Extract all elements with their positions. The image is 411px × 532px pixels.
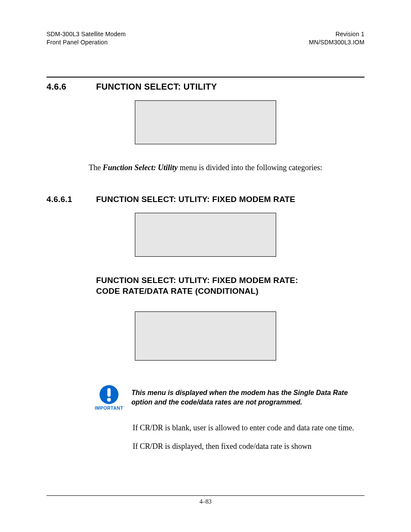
intro-after: menu is divided into the following categ… [178, 163, 322, 172]
footer-rule [47, 495, 364, 496]
heading-4661-sub-line2: CODE RATE/DATA RATE (CONDITIONAL) [96, 286, 364, 297]
svg-rect-1 [107, 388, 111, 397]
body-paragraph-2: If CR/DR is displayed, then fixed code/d… [133, 442, 364, 451]
heading-4661-number: 4.6.6.1 [47, 195, 96, 204]
heading-4661-sub-line1: FUNCTION SELECT: UTLITY: FIXED MODEM RAT… [96, 275, 364, 286]
heading-466: 4.6.6 FUNCTION SELECT: UTILITY [47, 82, 364, 92]
important-icon: IMPORTANT [96, 385, 122, 411]
important-note: IMPORTANT This menu is displayed when th… [96, 385, 364, 411]
section-rule [47, 77, 364, 78]
body-paragraph-1: If CR/DR is blank, user is allowed to en… [133, 423, 364, 432]
exclamation-circle-icon [99, 385, 119, 404]
page-number: 4–83 [0, 498, 411, 505]
heading-466-number: 4.6.6 [47, 82, 96, 92]
heading-4661-sub: FUNCTION SELECT: UTLITY: FIXED MODEM RAT… [96, 275, 364, 297]
header-right-line2: MN/SDM300L3.IOM [309, 38, 364, 47]
heading-4661: 4.6.6.1 FUNCTION SELECT: UTLITY: FIXED M… [47, 195, 364, 204]
heading-4661-title: FUNCTION SELECT: UTLITY: FIXED MODEM RAT… [96, 195, 295, 204]
running-header: SDM-300L3 Satellite Modem Front Panel Op… [47, 30, 364, 47]
lcd-panel-466 [135, 100, 276, 144]
lcd-panel-4661-sub [135, 311, 276, 361]
important-label: IMPORTANT [95, 405, 123, 411]
important-text: This menu is displayed when the modem ha… [131, 388, 355, 407]
heading-466-title: FUNCTION SELECT: UTILITY [96, 82, 217, 92]
header-left-line1: SDM-300L3 Satellite Modem [47, 30, 126, 38]
intro-emph: Function Select: Utility [103, 163, 178, 172]
header-right-line1: Revision 1 [309, 30, 364, 38]
lcd-panel-4661 [135, 213, 276, 257]
svg-point-2 [107, 398, 111, 401]
intro-paragraph: The Function Select: Utility menu is div… [47, 163, 364, 172]
header-left-line2: Front Panel Operation [47, 38, 126, 47]
intro-before: The [89, 163, 103, 172]
